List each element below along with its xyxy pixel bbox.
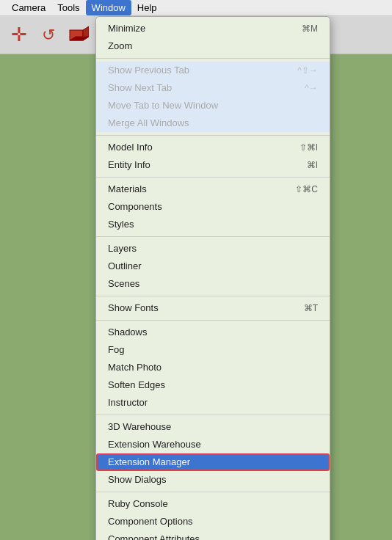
separator-7 — [96, 415, 330, 415]
separator-3 — [96, 177, 330, 178]
menu-item-3d-warehouse[interactable]: 3D Warehouse — [96, 418, 330, 436]
menu-item-outliner[interactable]: Outliner — [96, 258, 330, 275]
rotate-icon[interactable]: ↺ — [35, 22, 62, 48]
menu-item-entity-info[interactable]: Entity Info ⌘I — [96, 156, 330, 174]
separator-6 — [96, 320, 330, 321]
menu-item-component-options[interactable]: Component Options — [96, 513, 330, 530]
menu-item-match-photo[interactable]: Match Photo — [96, 359, 330, 376]
menu-item-styles[interactable]: Styles — [96, 216, 330, 233]
window-menu-dropdown: Minimize ⌘M Zoom Show Previous Tab ^⇧→ S… — [95, 16, 330, 540]
menu-window[interactable]: Window — [86, 0, 131, 15]
separator-2 — [96, 135, 330, 136]
move-icon[interactable]: ✛ — [6, 22, 32, 48]
menu-item-show-prev-tab[interactable]: Show Previous Tab ^⇧→ — [96, 62, 330, 79]
menu-item-instructor[interactable]: Instructor — [96, 394, 330, 412]
menu-item-shadows[interactable]: Shadows — [96, 324, 330, 341]
menu-item-fog[interactable]: Fog — [96, 341, 330, 359]
menu-item-minimize[interactable]: Minimize ⌘M — [96, 20, 330, 37]
menu-item-show-next-tab[interactable]: Show Next Tab ^→ — [96, 79, 330, 97]
menubar: Camera Tools Window Help — [0, 0, 392, 16]
separator-8 — [96, 492, 330, 492]
menu-item-layers[interactable]: Layers — [96, 240, 330, 258]
menu-item-components[interactable]: Components — [96, 198, 330, 216]
separator-4 — [96, 236, 330, 237]
menu-item-merge-windows[interactable]: Merge All Windows — [96, 114, 330, 132]
menu-item-materials[interactable]: Materials ⇧⌘C — [96, 180, 330, 198]
menu-item-component-attributes[interactable]: Component Attributes — [96, 530, 330, 540]
menu-item-ruby-console[interactable]: Ruby Console — [96, 495, 330, 513]
separator-5 — [96, 296, 330, 296]
menu-item-extension-warehouse[interactable]: Extension Warehouse — [96, 436, 330, 453]
menu-item-soften-edges[interactable]: Soften Edges — [96, 376, 330, 394]
separator-1 — [96, 58, 330, 59]
menu-item-extension-manager[interactable]: Extension Manager — [96, 453, 330, 471]
menu-item-show-dialogs[interactable]: Show Dialogs — [96, 471, 330, 489]
menu-item-show-fonts[interactable]: Show Fonts ⌘T — [96, 299, 330, 317]
menu-help[interactable]: Help — [131, 0, 163, 15]
menu-tools[interactable]: Tools — [51, 0, 85, 15]
menu-item-move-tab[interactable]: Move Tab to New Window — [96, 97, 330, 114]
menu-item-zoom[interactable]: Zoom — [96, 37, 330, 55]
menu-item-model-info[interactable]: Model Info ⇧⌘I — [96, 139, 330, 156]
menu-item-scenes[interactable]: Scenes — [96, 275, 330, 293]
menu-camera[interactable]: Camera — [6, 0, 51, 15]
push-pull-icon[interactable] — [65, 22, 91, 48]
